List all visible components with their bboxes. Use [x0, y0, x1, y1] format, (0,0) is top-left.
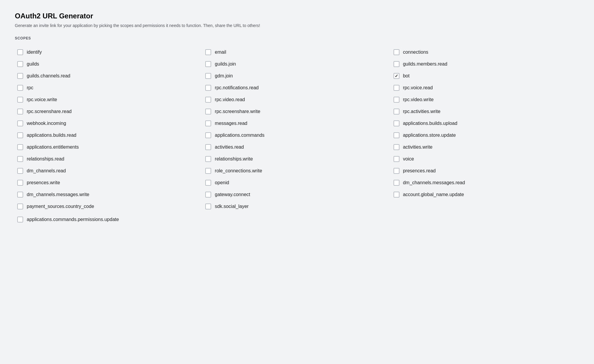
scope-item: webhook.incoming — [15, 117, 203, 129]
scope-item: presences.read — [391, 165, 579, 177]
scope-checkbox-rpc_activities_write[interactable] — [394, 109, 399, 115]
scope-label-sdk_social_layer: sdk.social_layer — [215, 204, 249, 209]
scope-item: account.global_name.update — [391, 189, 579, 201]
scope-checkbox-voice[interactable] — [394, 156, 399, 162]
scope-item: rpc.screenshare.write — [203, 106, 391, 117]
scope-label-gateway_connect: gateway.connect — [215, 192, 250, 197]
scope-item: voice — [391, 153, 579, 165]
scope-checkbox-guilds[interactable] — [17, 61, 23, 67]
scope-checkbox-payment_sources_country_code[interactable] — [17, 204, 23, 209]
scope-checkbox-account_global_name_update[interactable] — [394, 192, 399, 198]
scope-item: openid — [203, 177, 391, 189]
scope-item: messages.read — [203, 117, 391, 129]
scope-checkbox-rpc_voice_write[interactable] — [17, 97, 23, 103]
scope-item: rpc.voice.write — [15, 94, 203, 106]
scope-label-applications_store_update: applications.store.update — [403, 133, 456, 138]
scope-label-guilds_members_read: guilds.members.read — [403, 61, 447, 67]
scope-label-presences_read: presences.read — [403, 168, 436, 174]
scope-label-openid: openid — [215, 180, 229, 185]
scope-checkbox-relationships_read[interactable] — [17, 156, 23, 162]
scope-item: rpc.notifications.read — [203, 82, 391, 94]
scope-checkbox-applications_builds_read[interactable] — [17, 132, 23, 138]
scope-item: guilds.join — [203, 58, 391, 70]
scope-label-applications_builds_read: applications.builds.read — [27, 133, 76, 138]
scope-item: relationships.read — [15, 153, 203, 165]
scope-checkbox-gdm_join[interactable] — [205, 73, 211, 79]
scope-checkbox-email[interactable] — [205, 49, 211, 55]
scope-checkbox-messages_read[interactable] — [205, 120, 211, 126]
scope-label-applications_builds_upload: applications.builds.upload — [403, 121, 457, 126]
scope-checkbox-activities_read[interactable] — [205, 144, 211, 150]
scope-checkbox-applications_commands[interactable] — [205, 132, 211, 138]
scope-checkbox-sdk_social_layer[interactable] — [205, 204, 211, 209]
scope-label-dm_channels_read: dm_channels.read — [27, 168, 66, 174]
scope-label-webhook_incoming: webhook.incoming — [27, 121, 66, 126]
page-subtitle: Generate an invite link for your applica… — [15, 23, 579, 28]
scope-checkbox-rpc_voice_read[interactable] — [394, 85, 399, 91]
scope-item: dm_channels.read — [15, 165, 203, 177]
scope-checkbox-presences_read[interactable] — [394, 168, 399, 174]
scope-checkbox-role_connections_write[interactable] — [205, 168, 211, 174]
scope-checkbox-rpc[interactable] — [17, 85, 23, 91]
scope-checkbox-rpc_screenshare_write[interactable] — [205, 109, 211, 115]
scope-checkbox-applications_builds_upload[interactable] — [394, 120, 399, 126]
scope-checkbox-bot[interactable] — [394, 73, 399, 79]
scope-label-role_connections_write: role_connections.write — [215, 168, 262, 174]
scope-item: applications.builds.upload — [391, 117, 579, 129]
scope-label-rpc_screenshare_read: rpc.screenshare.read — [27, 109, 72, 114]
scope-checkbox-applications_store_update[interactable] — [394, 132, 399, 138]
scope-label-bot: bot — [403, 73, 410, 79]
scope-checkbox-presences_write[interactable] — [17, 180, 23, 186]
scope-item: applications.entitlements — [15, 141, 203, 153]
scope-item: guilds.members.read — [391, 58, 579, 70]
scope-checkbox-rpc_notifications_read[interactable] — [205, 85, 211, 91]
scope-item: bot — [391, 70, 579, 82]
scope-checkbox-guilds_members_read[interactable] — [394, 61, 399, 67]
scope-item: email — [203, 46, 391, 58]
scope-item: applications.builds.read — [15, 129, 203, 141]
scope-item: sdk.social_layer — [203, 201, 391, 212]
scope-checkbox-connections[interactable] — [394, 49, 399, 55]
scope-label-rpc_activities_write: rpc.activities.write — [403, 109, 440, 114]
scope-checkbox-guilds_join[interactable] — [205, 61, 211, 67]
scope-item: rpc — [15, 82, 203, 94]
scope-checkbox-dm_channels_messages_write[interactable] — [17, 192, 23, 198]
scopes-grid: identifyemailconnectionsguildsguilds.joi… — [15, 46, 579, 212]
scope-checkbox-relationships_write[interactable] — [205, 156, 211, 162]
scope-item: presences.write — [15, 177, 203, 189]
scope-checkbox-rpc_video_write[interactable] — [394, 97, 399, 103]
scope-item: dm_channels.messages.read — [391, 177, 579, 189]
scope-checkbox-webhook_incoming[interactable] — [17, 120, 23, 126]
extra-scope-item: applications.commands.permissions.update — [15, 214, 579, 225]
scope-label-voice: voice — [403, 156, 414, 162]
scope-label-guilds_channels_read: guilds.channels.read — [27, 73, 70, 79]
scope-checkbox-identify[interactable] — [17, 49, 23, 55]
scope-item: identify — [15, 46, 203, 58]
scope-checkbox-dm_channels_read[interactable] — [17, 168, 23, 174]
scope-checkbox-rpc_video_read[interactable] — [205, 97, 211, 103]
scope-label-messages_read: messages.read — [215, 121, 247, 126]
scope-label-email: email — [215, 50, 226, 55]
scope-label-gdm_join: gdm.join — [215, 73, 233, 79]
scope-checkbox-rpc_screenshare_read[interactable] — [17, 109, 23, 115]
scope-item: rpc.video.write — [391, 94, 579, 106]
scope-checkbox-applications_entitlements[interactable] — [17, 144, 23, 150]
scope-checkbox-guilds_channels_read[interactable] — [17, 73, 23, 79]
scope-item: dm_channels.messages.write — [15, 189, 203, 201]
scope-item: rpc.screenshare.read — [15, 106, 203, 117]
scope-checkbox-gateway_connect[interactable] — [205, 192, 211, 198]
scope-label-activities_read: activities.read — [215, 144, 244, 150]
scope-label-rpc_video_read: rpc.video.read — [215, 97, 245, 102]
scope-label-guilds_join: guilds.join — [215, 61, 236, 67]
scope-item: activities.read — [203, 141, 391, 153]
scope-checkbox-openid[interactable] — [205, 180, 211, 186]
extra-scope-label: applications.commands.permissions.update — [27, 217, 119, 222]
extra-scope-checkbox[interactable] — [17, 217, 23, 222]
scope-checkbox-dm_channels_messages_read[interactable] — [394, 180, 399, 186]
scope-item: applications.commands — [203, 129, 391, 141]
scope-item: payment_sources.country_code — [15, 201, 203, 212]
scope-label-relationships_read: relationships.read — [27, 156, 64, 162]
page-title: OAuth2 URL Generator — [15, 12, 579, 20]
scope-label-account_global_name_update: account.global_name.update — [403, 192, 464, 197]
scope-checkbox-activities_write[interactable] — [394, 144, 399, 150]
